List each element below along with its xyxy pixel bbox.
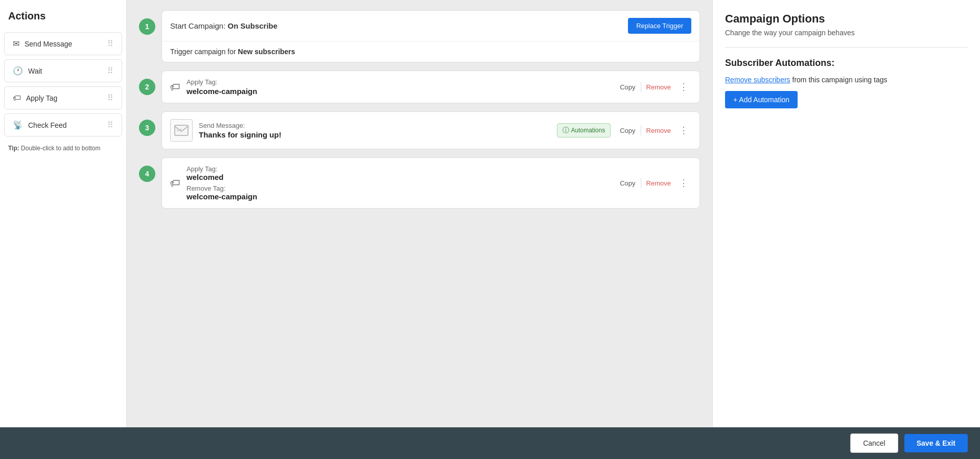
step-4-actions: Copy Remove ⋮ [615,175,691,191]
step-3-card: Send Message: Thanks for signing up! ⓘ A… [161,111,700,149]
step-2-remove-button[interactable]: Remove [641,81,676,93]
step-4-card: 🏷 Apply Tag: welcomed Remove Tag: welcom… [161,157,700,209]
sidebar-item-send-message[interactable]: ✉ Send Message ⠿ [4,32,122,55]
step-3-more-button[interactable]: ⋮ [676,123,691,138]
step-4-apply-label: Apply Tag: [186,165,609,173]
check-feed-icon: 📡 [13,120,23,130]
apply-tag-icon: 🏷 [13,94,21,103]
main-content: 1 Start Campaign: On Subscribe Replace T… [127,0,712,427]
step-2-copy-button[interactable]: Copy [615,81,640,93]
right-panel: Campaign Options Change the way your cam… [712,0,980,427]
tag-icon-2: 🏷 [170,177,180,189]
wait-label: Wait [28,67,42,75]
envelope-icon [170,119,193,142]
step-1-wrapper: 1 Start Campaign: On Subscribe Replace T… [139,10,700,62]
panel-section-title: Subscriber Automations: [725,58,968,68]
step-1-number: 1 [139,18,155,35]
panel-text: Remove subscribers from this campaign us… [725,76,968,84]
step-3-number: 3 [139,120,155,136]
add-automation-button[interactable]: + Add Automation [725,91,798,108]
step-2-label: Apply Tag: [186,78,609,86]
step-3-wrapper: 3 Send Message: [139,111,700,149]
drag-handle[interactable]: ⠿ [107,93,113,103]
step-1-title: Start Campaign: On Subscribe [170,21,277,30]
step-4-apply-value: welcomed [186,173,609,181]
step-4-more-button[interactable]: ⋮ [676,175,691,191]
step-3-label: Send Message: [199,122,551,129]
check-feed-label: Check Feed [28,121,66,129]
svg-rect-1 [177,129,182,130]
cancel-button[interactable]: Cancel [850,433,898,453]
send-message-label: Send Message [25,40,72,48]
step-2-card: 🏷 Apply Tag: welcome-campaign Copy Remov… [161,71,700,103]
replace-trigger-button[interactable]: Replace Trigger [628,18,691,34]
step-1-card: Start Campaign: On Subscribe Replace Tri… [161,10,700,62]
wait-icon: 🕐 [13,66,23,76]
step-3-value: Thanks for signing up! [199,130,551,139]
panel-title: Campaign Options [725,12,968,26]
tag-icon: 🏷 [170,81,180,93]
sidebar: Actions ✉ Send Message ⠿ 🕐 Wait ⠿ 🏷 Appl… [0,0,127,427]
step-1-subtitle: Trigger campaign for New subscribers [162,41,699,62]
step-3-actions: ⓘ Automations Copy Remove ⋮ [557,123,691,138]
step-3-copy-button[interactable]: Copy [615,125,640,136]
step-2-number: 2 [139,79,155,95]
step-4-copy-button[interactable]: Copy [615,177,640,189]
step-4-remove-button[interactable]: Remove [641,177,676,189]
svg-rect-0 [175,125,188,135]
sidebar-item-wait[interactable]: 🕐 Wait ⠿ [4,59,122,82]
remove-subscribers-link[interactable]: Remove subscribers [725,76,790,84]
sidebar-title: Actions [0,10,126,30]
step-4-wrapper: 4 🏷 Apply Tag: welcomed Remove Tag: welc… [139,157,700,209]
step-2-value: welcome-campaign [186,87,609,96]
sidebar-item-check-feed[interactable]: 📡 Check Feed ⠿ [4,113,122,136]
save-exit-button[interactable]: Save & Exit [904,434,968,452]
info-icon: ⓘ [563,126,569,135]
sidebar-item-apply-tag[interactable]: 🏷 Apply Tag ⠿ [4,86,122,109]
step-4-remove-label: Remove Tag: [186,185,609,192]
step-4-number: 4 [139,166,155,182]
drag-handle[interactable]: ⠿ [107,39,113,49]
drag-handle[interactable]: ⠿ [107,66,113,76]
apply-tag-label: Apply Tag [26,94,57,102]
step-2-actions: Copy Remove ⋮ [615,79,691,95]
panel-subtitle: Change the way your campaign behaves [725,29,968,37]
send-message-icon: ✉ [13,39,19,49]
drag-handle[interactable]: ⠿ [107,120,113,130]
footer: Cancel Save & Exit [0,427,980,459]
tip-text: Tip: Double-click to add to bottom [0,139,126,158]
step-2-wrapper: 2 🏷 Apply Tag: welcome-campaign Copy Rem… [139,71,700,103]
step-4-remove-value: welcome-campaign [186,192,609,201]
step-2-more-button[interactable]: ⋮ [676,79,691,95]
step-3-remove-button[interactable]: Remove [641,125,676,136]
svg-rect-2 [177,130,180,131]
automations-badge[interactable]: ⓘ Automations [557,123,611,137]
